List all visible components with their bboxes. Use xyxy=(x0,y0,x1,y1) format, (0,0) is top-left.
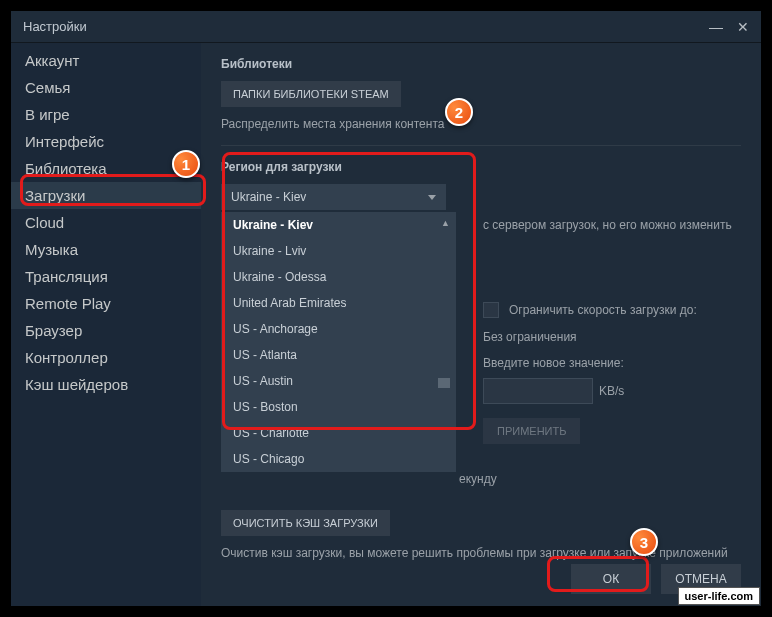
region-option[interactable]: Ukraine - Odessa xyxy=(221,264,456,290)
sidebar-item-remoteplay[interactable]: Remote Play xyxy=(11,290,201,317)
sidebar-item-cloud[interactable]: Cloud xyxy=(11,209,201,236)
content-panel: Библиотеки ПАПКИ БИБЛИОТЕКИ STEAM Распре… xyxy=(201,43,761,606)
region-selected-value: Ukraine - Kiev xyxy=(231,190,306,204)
sidebar-item-shadercache[interactable]: Кэш шейдеров xyxy=(11,371,201,398)
clear-download-cache-button[interactable]: ОЧИСТИТЬ КЭШ ЗАГРУЗКИ xyxy=(221,510,390,536)
sidebar-item-ingame[interactable]: В игре xyxy=(11,101,201,128)
clear-cache-desc: Очистив кэш загрузки, вы можете решить п… xyxy=(221,546,741,560)
keyboard-icon xyxy=(438,378,450,388)
sidebar-item-family[interactable]: Семья xyxy=(11,74,201,101)
region-select[interactable]: Ukraine - Kiev xyxy=(221,184,446,210)
sidebar-item-broadcast[interactable]: Трансляция xyxy=(11,263,201,290)
chevron-down-icon xyxy=(428,195,436,200)
divider xyxy=(221,145,741,146)
minimize-icon[interactable]: — xyxy=(709,19,723,35)
speed-unit: KB/s xyxy=(599,384,624,398)
annotation-marker-3: 3 xyxy=(630,528,658,556)
sidebar-item-downloads[interactable]: Загрузки xyxy=(11,182,201,209)
titlebar: Настройки — ✕ xyxy=(11,11,761,43)
region-option[interactable]: Ukraine - Lviv xyxy=(221,238,456,264)
speed-input[interactable] xyxy=(483,378,593,404)
sidebar-item-controller[interactable]: Контроллер xyxy=(11,344,201,371)
region-option[interactable]: US - Boston xyxy=(221,394,456,420)
ok-button[interactable]: ОК xyxy=(571,564,651,594)
close-icon[interactable]: ✕ xyxy=(737,19,749,35)
sidebar-item-account[interactable]: Аккаунт xyxy=(11,47,201,74)
apply-button[interactable]: ПРИМЕНИТЬ xyxy=(483,418,580,444)
sidebar-item-browser[interactable]: Браузер xyxy=(11,317,201,344)
sidebar-item-music[interactable]: Музыка xyxy=(11,236,201,263)
sidebar: Аккаунт Семья В игре Интерфейс Библиотек… xyxy=(11,43,201,606)
region-option[interactable]: US - Chicago xyxy=(221,446,456,472)
region-hint-tail: с сервером загрузок, но его можно измени… xyxy=(483,218,741,232)
limit-speed-label: Ограничить скорость загрузки до: xyxy=(509,303,697,317)
sidebar-item-interface[interactable]: Интерфейс xyxy=(11,128,201,155)
region-option[interactable]: Ukraine - Kiev xyxy=(221,212,456,238)
scroll-up-icon[interactable]: ▲ xyxy=(441,218,450,228)
libraries-title: Библиотеки xyxy=(221,57,741,71)
region-option[interactable]: US - Anchorage xyxy=(221,316,456,342)
steam-library-folders-button[interactable]: ПАПКИ БИБЛИОТЕКИ STEAM xyxy=(221,81,401,107)
watermark: user-life.com xyxy=(678,587,760,605)
region-option[interactable]: US - Atlanta xyxy=(221,342,456,368)
window-title: Настройки xyxy=(23,19,87,34)
region-title: Регион для загрузки xyxy=(221,160,741,174)
region-dropdown: ▲ Ukraine - Kiev Ukraine - Lviv Ukraine … xyxy=(221,212,456,472)
region-option[interactable]: US - Austin xyxy=(221,368,456,394)
annotation-marker-2: 2 xyxy=(445,98,473,126)
enter-new-label: Введите новое значение: xyxy=(483,356,741,370)
limit-speed-checkbox[interactable] xyxy=(483,302,499,318)
region-option[interactable]: US - Charlotte xyxy=(221,420,456,446)
tail-text: екунду xyxy=(459,472,497,486)
no-limit-label: Без ограничения xyxy=(483,330,741,344)
annotation-marker-1: 1 xyxy=(172,150,200,178)
libraries-desc: Распределить места хранения контента xyxy=(221,117,741,131)
region-option[interactable]: United Arab Emirates xyxy=(221,290,456,316)
